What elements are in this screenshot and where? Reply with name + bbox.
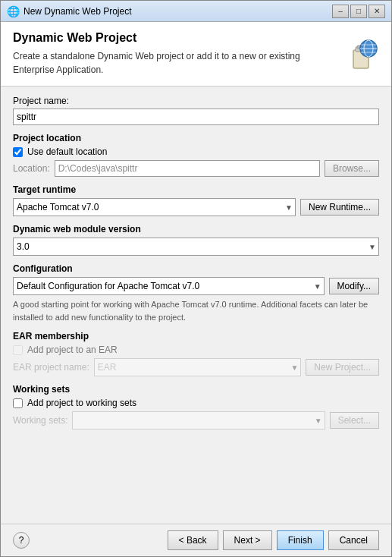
working-sets-row: Working sets: ▼ Select...: [13, 411, 379, 430]
browse-button[interactable]: Browse...: [325, 160, 379, 177]
ear-membership-label: EAR membership: [13, 331, 379, 341]
working-sets-select[interactable]: [72, 411, 325, 430]
help-button[interactable]: ?: [13, 532, 30, 549]
window: 🌐 New Dynamic Web Project – □ ✕ Dynamic …: [0, 0, 392, 557]
working-sets-label: Working sets: [13, 384, 379, 395]
target-runtime-section: Target runtime Apache Tomcat v7.0 ▼ New …: [13, 184, 379, 216]
finish-button[interactable]: Finish: [277, 530, 324, 550]
dynamic-web-module-select-wrapper: 3.0 ▼: [13, 238, 379, 256]
back-button[interactable]: < Back: [168, 530, 218, 550]
footer: ? < Back Next > Finish Cancel: [1, 524, 391, 556]
configuration-label: Configuration: [13, 263, 379, 274]
use-default-location-checkbox[interactable]: [13, 147, 23, 157]
ear-project-name-row: EAR project name: EAR ▼ New Project...: [13, 358, 379, 376]
minimize-button[interactable]: –: [332, 5, 349, 18]
target-runtime-row: Apache Tomcat v7.0 ▼ New Runtime...: [13, 198, 379, 216]
maximize-button[interactable]: □: [350, 5, 367, 18]
add-to-working-sets-row: Add project to working sets: [13, 398, 379, 408]
modify-button[interactable]: Modify...: [329, 278, 379, 294]
configuration-select[interactable]: Default Configuration for Apache Tomcat …: [13, 277, 325, 295]
use-default-location-text: Use default location: [27, 146, 107, 157]
add-to-ear-label: Add project to an EAR: [27, 345, 118, 355]
add-to-ear-row: Add project to an EAR: [13, 345, 379, 355]
ear-disabled-content: Add project to an EAR EAR project name: …: [13, 345, 379, 376]
select-button[interactable]: Select...: [330, 412, 379, 429]
title-bar: 🌐 New Dynamic Web Project – □ ✕: [1, 1, 391, 22]
dynamic-web-module-select[interactable]: 3.0: [13, 238, 379, 256]
dynamic-web-module-label: Dynamic web module version: [13, 224, 379, 234]
target-runtime-select-wrapper: Apache Tomcat v7.0 ▼: [13, 198, 296, 216]
configuration-section: Configuration Default Configuration for …: [13, 263, 379, 323]
configuration-info: A good starting point for working with A…: [13, 298, 379, 323]
working-sets-section: Working sets Add project to working sets…: [13, 384, 379, 430]
add-to-ear-checkbox[interactable]: [13, 345, 23, 355]
location-input[interactable]: [55, 160, 320, 177]
window-icon: 🌐: [7, 5, 19, 17]
header-area: Dynamic Web Project Create a standalone …: [1, 22, 391, 87]
project-location-label: Project location: [13, 133, 379, 143]
configuration-select-wrapper: Default Configuration for Apache Tomcat …: [13, 277, 325, 295]
use-default-location-row: Use default location: [13, 146, 379, 157]
header-title: Dynamic Web Project: [13, 31, 335, 45]
working-sets-field-label: Working sets:: [13, 415, 67, 426]
header-icon: [343, 36, 379, 72]
project-location-section: Project location Use default location Lo…: [13, 133, 379, 177]
project-name-input[interactable]: [13, 109, 379, 125]
footer-buttons: < Back Next > Finish Cancel: [168, 530, 379, 550]
add-to-working-sets-checkbox[interactable]: [13, 398, 23, 408]
header-description: Create a standalone Dynamic Web project …: [13, 49, 335, 77]
window-title: New Dynamic Web Project: [24, 6, 332, 17]
project-name-row: Project name:: [13, 96, 379, 125]
new-runtime-button[interactable]: New Runtime...: [300, 199, 379, 216]
dynamic-web-module-section: Dynamic web module version 3.0 ▼: [13, 224, 379, 256]
cancel-button[interactable]: Cancel: [328, 530, 379, 550]
location-row: Location: Browse...: [13, 160, 379, 177]
ear-project-name-select-wrapper: EAR ▼: [94, 358, 302, 376]
ear-membership-section: EAR membership Add project to an EAR EAR…: [13, 331, 379, 376]
close-button[interactable]: ✕: [368, 5, 385, 18]
working-sets-select-wrapper: ▼: [72, 411, 325, 430]
ear-project-name-label: EAR project name:: [13, 362, 89, 373]
location-label: Location:: [13, 163, 50, 174]
project-name-label: Project name:: [13, 96, 379, 106]
target-runtime-select[interactable]: Apache Tomcat v7.0: [13, 198, 296, 216]
configuration-row: Default Configuration for Apache Tomcat …: [13, 277, 379, 295]
title-bar-buttons: – □ ✕: [332, 5, 385, 18]
add-to-working-sets-label: Add project to working sets: [27, 398, 136, 408]
next-button[interactable]: Next >: [223, 530, 272, 550]
new-project-button[interactable]: New Project...: [306, 359, 379, 376]
ear-project-name-select[interactable]: EAR: [94, 358, 302, 376]
content-area: Project name: Project location Use defau…: [1, 87, 391, 524]
header-text: Dynamic Web Project Create a standalone …: [13, 31, 335, 77]
target-runtime-label: Target runtime: [13, 184, 379, 195]
